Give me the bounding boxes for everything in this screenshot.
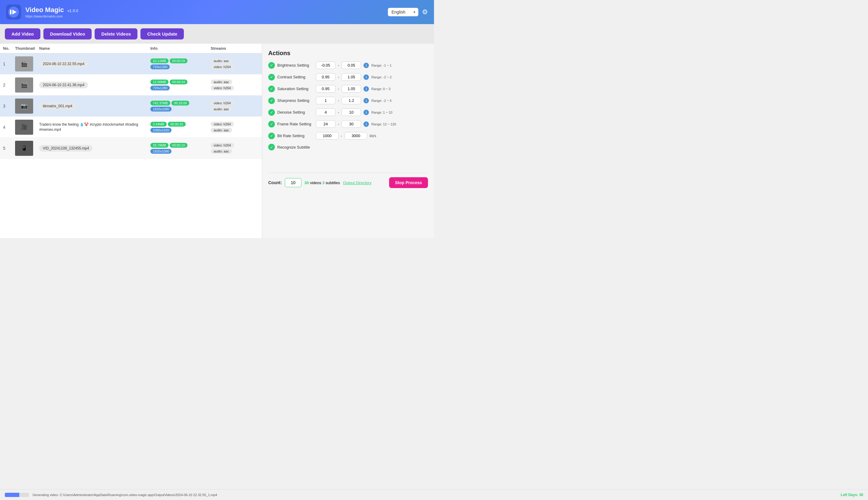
name-cell: Traders know the feeling 💧🤡 #crypto #sto…	[39, 122, 150, 132]
denoise-input-min[interactable]	[316, 109, 335, 116]
size-badge: 742.37MB	[150, 101, 170, 105]
name-cell: tikmatrix_001.mp4	[39, 103, 150, 110]
denoise-setting-row: ✓ Denoise Setting - i Range: 1 ~ 10	[268, 109, 428, 116]
settings-button[interactable]: ⚙	[422, 8, 428, 16]
framerate-check[interactable]: ✓	[268, 121, 275, 127]
row-number: 3	[3, 104, 15, 109]
bitrate-check[interactable]: ✓	[268, 133, 275, 139]
svg-rect-2	[10, 10, 11, 14]
contrast-input-max[interactable]	[342, 73, 361, 81]
videos-count: 30	[305, 181, 309, 185]
sharpness-info-icon[interactable]: i	[364, 98, 369, 103]
framerate-setting-row: ✓ Frame Rate Setting - i Range: 12 ~ 120	[268, 120, 428, 128]
streams-cell: audio: aac video: h264	[211, 80, 259, 90]
table-row[interactable]: 3 📷 tikmatrix_001.mp4 742.37MB 00:18:08 …	[0, 95, 262, 117]
app-name: Video Magic v1.0.0	[25, 6, 78, 14]
streams-cell: video: h264 audio: aac	[211, 122, 259, 133]
sharpness-input-max[interactable]	[342, 97, 361, 104]
thumbnail: 🎬	[15, 78, 33, 92]
sharpness-setting-row: ✓ Sharpness Setting - i Range: -2 ~ 5	[268, 97, 428, 104]
saturation-input-max[interactable]	[342, 85, 361, 92]
app-version: v1.0.0	[68, 9, 78, 13]
brightness-input-min[interactable]	[316, 61, 335, 69]
bitrate-unit: kb/s	[369, 134, 376, 138]
subtitle-check[interactable]: ✓	[268, 144, 275, 150]
denoise-check[interactable]: ✓	[268, 109, 275, 116]
thumbnail: 📱	[15, 141, 33, 156]
sharpness-check[interactable]: ✓	[268, 97, 275, 104]
subtitles-count: 3	[322, 181, 324, 185]
bitrate-input-max[interactable]	[344, 132, 367, 139]
file-name-text: Traders know the feeling 💧🤡 #crypto #sto…	[39, 122, 150, 132]
denoise-input-max[interactable]	[342, 109, 361, 116]
sharpness-input-min[interactable]	[316, 97, 335, 104]
resolution-badge: 1920x1080	[150, 149, 171, 154]
col-info: Info	[150, 46, 211, 50]
info-cell: 28.78MB 00:00:10 1920x1080	[150, 143, 211, 154]
brightness-input-max[interactable]	[342, 61, 361, 69]
row-number: 2	[3, 82, 15, 88]
app-url: https://www.tikmatrix.com	[25, 14, 78, 18]
saturation-label: Saturation Setting	[277, 87, 313, 91]
output-directory-link[interactable]: Output Directory	[343, 181, 372, 185]
info-cell: 10.11MB 00:00:29 720x1280	[150, 58, 211, 69]
saturation-check[interactable]: ✓	[268, 86, 275, 92]
add-video-button[interactable]: Add Video	[5, 28, 41, 39]
download-video-button[interactable]: Download Video	[43, 28, 92, 39]
denoise-info-icon[interactable]: i	[364, 110, 369, 115]
table-row[interactable]: 4 🎥 Traders know the feeling 💧🤡 #crypto …	[0, 117, 262, 138]
duration-badge: 00:00:10	[170, 143, 187, 148]
bitrate-input-min[interactable]	[316, 132, 339, 139]
audio-stream: audio: aac	[211, 149, 232, 154]
resolution-badge: 1080x1920	[150, 128, 171, 133]
row-number: 5	[3, 146, 15, 151]
audio-stream: audio: aac	[211, 107, 232, 112]
count-input[interactable]	[285, 178, 301, 187]
file-name-badge: tikmatrix_001.mp4	[39, 103, 76, 110]
contrast-check[interactable]: ✓	[268, 74, 275, 80]
header-right: English Chinese Japanese Korean ⚙	[388, 8, 428, 16]
language-wrapper[interactable]: English Chinese Japanese Korean	[388, 8, 418, 16]
contrast-input-min[interactable]	[316, 73, 335, 81]
app-title-block: Video Magic v1.0.0 https://www.tikmatrix…	[25, 6, 78, 18]
contrast-setting-row: ✓ Contrast Setting - i Range: -2 ~ 2	[268, 73, 428, 81]
stop-process-button[interactable]: Stop Process	[389, 177, 428, 188]
framerate-info-icon[interactable]: i	[364, 122, 369, 127]
table-row[interactable]: 5 📱 VID_20241106_132455.mp4 28.78MB 00:0…	[0, 138, 262, 159]
size-badge: 28.78MB	[150, 143, 169, 148]
resolution-badge: 720x1280	[150, 86, 170, 90]
row-number: 1	[3, 61, 15, 66]
language-select[interactable]: English Chinese Japanese Korean	[388, 8, 418, 16]
file-name-badge: 2024-06-10 22.41.36.mp4	[39, 82, 88, 88]
count-bar: Count: 30 videos 3 subtitles Output Dire…	[268, 173, 428, 188]
brightness-info-icon[interactable]: i	[364, 63, 369, 68]
count-section: Count: 30 videos 3 subtitles Output Dire…	[268, 155, 428, 188]
subtitles-label: subtitles	[326, 181, 340, 185]
streams-cell: video: h264 audio: aac	[211, 143, 259, 154]
framerate-input-min[interactable]	[316, 120, 335, 128]
streams-cell: video: h264 audio: aac	[211, 101, 259, 112]
brightness-setting-row: ✓ Brightness Setting - i Range: -1 ~ 1	[268, 61, 428, 69]
framerate-input-max[interactable]	[342, 120, 361, 128]
video-stream: video: h264	[211, 122, 234, 127]
name-cell: 2024-06-10 22.41.36.mp4	[39, 82, 150, 88]
info-cell: 742.37MB 00:18:08 1920x1080	[150, 101, 211, 112]
saturation-input-min[interactable]	[316, 85, 335, 92]
saturation-info-icon[interactable]: i	[364, 86, 369, 92]
videos-label: videos	[310, 181, 321, 185]
col-no: No.	[3, 46, 15, 50]
audio-stream: audio: aac	[211, 80, 232, 84]
thumbnail: 🎥	[15, 120, 33, 135]
check-update-button[interactable]: Check Update	[140, 28, 184, 39]
name-cell: 2024-06-10 22.32.55.mp4	[39, 60, 150, 67]
table-row[interactable]: 1 🎬 2024-06-10 22.32.55.mp4 10.11MB 00:0…	[0, 53, 262, 75]
contrast-info-icon[interactable]: i	[364, 75, 369, 80]
delete-videos-button[interactable]: Delete Videos	[95, 28, 137, 39]
brightness-check[interactable]: ✓	[268, 62, 275, 69]
header: Video Magic v1.0.0 https://www.tikmatrix…	[0, 0, 434, 24]
subtitle-label: Recognize Subtitle	[277, 145, 313, 149]
saturation-setting-row: ✓ Saturation Setting - i Range: 0 ~ 3	[268, 85, 428, 92]
table-row[interactable]: 2 🎬 2024-06-10 22.41.36.mp4 12.00MB 00:0…	[0, 75, 262, 95]
audio-stream: audio: aac	[211, 128, 232, 133]
duration-badge: 00:18:08	[171, 101, 189, 105]
